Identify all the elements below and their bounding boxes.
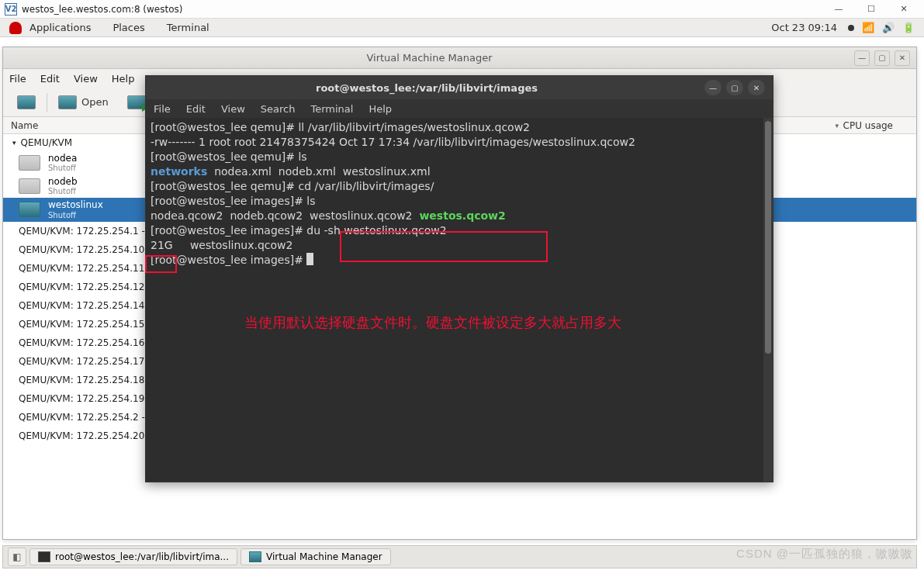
vnc-titlebar: V2 westos_lee.westos.com:8 (westos) — ☐ …	[0, 0, 924, 19]
redhat-icon	[9, 22, 22, 34]
term-menu-help[interactable]: Help	[369, 103, 392, 115]
terminal-icon	[38, 551, 50, 562]
battery-icon[interactable]: 🔋	[902, 22, 915, 33]
vmm-titlebar[interactable]: Virtual Machine Manager — ▢ ✕	[3, 47, 916, 69]
term-menu-terminal[interactable]: Terminal	[310, 103, 353, 115]
new-vm-button[interactable]	[9, 92, 43, 112]
menu-applications[interactable]: Applications	[29, 22, 91, 33]
term-dir: networks	[151, 165, 207, 178]
term-menu-view[interactable]: View	[221, 103, 245, 115]
annotation-text: 当使用默认选择硬盘文件时。硬盘文件被设定多大就占用多大	[244, 316, 621, 330]
menu-places[interactable]: Places	[112, 22, 144, 33]
vmm-title: Virtual Machine Manager	[9, 52, 850, 64]
vnc-close-button[interactable]: ✕	[888, 1, 919, 18]
term-line: nodea.qcow2 nodeb.qcow2 westoslinux.qcow…	[151, 209, 419, 222]
volume-icon[interactable]: 🔊	[882, 22, 895, 33]
terminal-menubar: File Edit View Search Terminal Help	[146, 99, 773, 118]
cursor-icon	[306, 253, 313, 265]
vm-icon	[19, 202, 40, 217]
vmm-close-button[interactable]: ✕	[895, 50, 910, 66]
chevron-down-icon: ▾	[12, 139, 16, 147]
term-output-size: 21G	[151, 239, 173, 251]
vnc-maximize-button[interactable]: ☐	[856, 1, 887, 18]
vmm-minimize-button[interactable]: —	[854, 50, 870, 66]
terminal-scrollbar[interactable]	[763, 118, 773, 482]
vmm-menu-view[interactable]: View	[74, 73, 98, 85]
clock[interactable]: Oct 23 09:14	[771, 22, 837, 33]
open-label: Open	[81, 96, 109, 108]
vm-name: westoslinux	[48, 200, 103, 210]
terminal-window: root@westos_lee:/var/lib/libvirt/images …	[145, 75, 773, 482]
terminal-title: root@westos_lee:/var/lib/libvirt/images	[154, 82, 700, 94]
vmm-maximize-button[interactable]: ▢	[874, 50, 890, 66]
vmm-menu-help[interactable]: Help	[112, 73, 135, 85]
term-line: -rw------- 1 root root 21478375424 Oct 1…	[151, 136, 635, 148]
vm-status: Shutoff	[48, 187, 78, 195]
gnome-top-bar: Applications Places Terminal Oct 23 09:1…	[0, 19, 924, 37]
annotation-box-cmd	[340, 231, 548, 262]
group-label: QEMU/KVM	[21, 137, 73, 148]
vnc-title: westos_lee.westos.com:8 (westos)	[22, 4, 823, 15]
term-menu-edit[interactable]: Edit	[186, 103, 206, 115]
network-icon[interactable]: 📶	[862, 22, 874, 33]
term-line: westoslinux.qcow2	[173, 239, 293, 251]
vm-icon	[19, 155, 40, 171]
terminal-maximize-button[interactable]: ▢	[726, 80, 743, 95]
vm-status: Shutoff	[48, 211, 103, 219]
term-line: [root@westos_lee qemu]# ls	[151, 150, 307, 163]
show-desktop-button[interactable]: ◧	[8, 548, 26, 566]
menu-terminal[interactable]: Terminal	[167, 22, 209, 33]
terminal-close-button[interactable]: ✕	[748, 80, 765, 95]
open-vm-button[interactable]: Open	[50, 92, 116, 112]
vm-name: nodea	[48, 154, 77, 164]
clock-dot-icon	[848, 25, 854, 31]
taskbar-vmm[interactable]: Virtual Machine Manager	[241, 548, 391, 565]
col-cpu[interactable]: CPU usage	[839, 120, 908, 131]
term-line: [root@westos_lee images]# ls	[151, 195, 316, 207]
term-line: [root@westos_lee qemu]# ll /var/lib/libv…	[151, 121, 530, 133]
terminal-body[interactable]: [root@westos_lee qemu]# ll /var/lib/libv…	[146, 118, 773, 482]
term-line: nodea.xml nodeb.xml westoslinux.xml	[207, 165, 430, 178]
vnc-icon: V2	[5, 3, 17, 16]
taskbar-label: root@westos_lee:/var/lib/libvirt/ima...	[55, 551, 229, 562]
taskbar-terminal[interactable]: root@westos_lee:/var/lib/libvirt/ima...	[29, 548, 237, 565]
vmm-icon	[249, 551, 261, 562]
term-line: [root@westos_lee qemu]# cd /var/lib/libv…	[151, 180, 434, 192]
taskbar-label: Virtual Machine Manager	[266, 551, 382, 562]
term-exec: westos.qcow2	[419, 209, 505, 222]
term-menu-search[interactable]: Search	[261, 103, 296, 115]
annotation-box-size	[145, 255, 177, 273]
vmm-menu-edit[interactable]: Edit	[40, 73, 60, 85]
vm-name: nodeb	[48, 177, 78, 187]
term-menu-file[interactable]: File	[154, 103, 171, 115]
vm-icon	[19, 178, 40, 194]
vnc-minimize-button[interactable]: —	[823, 1, 854, 18]
scrollbar-thumb[interactable]	[765, 121, 771, 354]
terminal-minimize-button[interactable]: —	[704, 80, 722, 95]
term-line: [root@westos_lee images]#	[151, 224, 306, 237]
vmm-menu-file[interactable]: File	[9, 73, 26, 85]
terminal-titlebar[interactable]: root@westos_lee:/var/lib/libvirt/images …	[146, 76, 773, 99]
watermark: CSDN @一匹孤独的狼，嗷嗷嗷	[736, 547, 913, 561]
vm-status: Shutoff	[48, 164, 77, 172]
